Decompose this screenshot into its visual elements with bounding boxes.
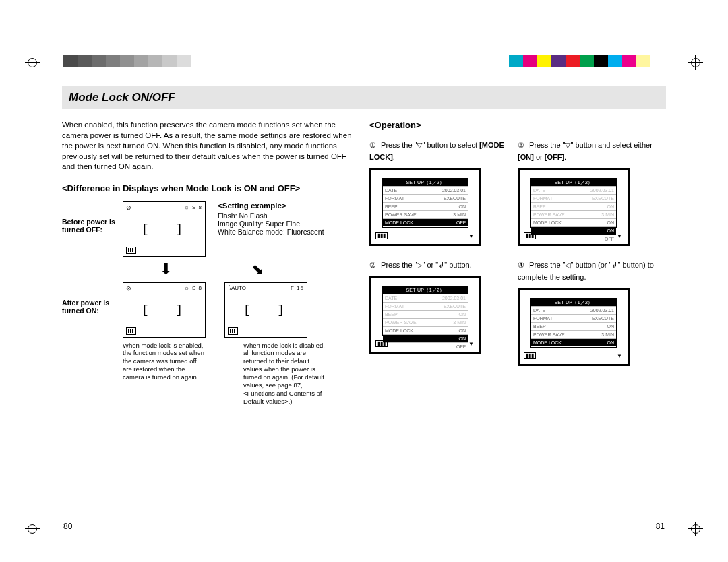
menu-lcd: SET UP（1／2）DATE2002.03.01FORMATEXECUTEBE…: [369, 276, 481, 354]
swatch: [622, 55, 636, 67]
lcd-status-text: ☼ S 8: [184, 285, 202, 291]
page-number-right: 81: [656, 522, 665, 531]
swatch: [523, 55, 537, 67]
battery-icon: ▮▮▮: [524, 232, 536, 239]
registration-mark-icon: [25, 55, 40, 70]
registration-mark-icon: [688, 55, 703, 70]
registration-mark-icon: [688, 522, 703, 536]
caption-off: When mode lock is disabled, all function…: [243, 342, 330, 406]
swatch: [566, 55, 580, 67]
battery-icon: [228, 327, 238, 335]
swatch: [63, 55, 78, 67]
battery-icon: ▮▮▮: [375, 232, 388, 239]
operation-step-2: ② Press the "▷" or "↲" button. SET UP（1／…: [369, 258, 518, 366]
setting-example: <Setting example> Flash: No Flash Image …: [218, 201, 324, 236]
swatch: [177, 55, 191, 67]
flash-auto-icon: ϟAUTO: [228, 285, 246, 291]
left-column: When enabled, this function preserves th…: [62, 120, 353, 406]
focus-brackets-icon: [ ]: [225, 303, 307, 317]
operation-step-1: ① Press the "▽" button to select [MODE L…: [369, 138, 518, 246]
menu-lcd: SET UP（1／2）DATE2002.03.01FORMATEXECUTEBE…: [369, 168, 481, 246]
operation-steps-grid: ① Press the "▽" button to select [MODE L…: [369, 138, 666, 378]
swatch: [92, 55, 106, 67]
setting-example-heading: <Setting example>: [218, 201, 324, 210]
setting-example-line: White Balance mode: Fluorescent: [218, 228, 324, 236]
color-swatches: [509, 55, 665, 67]
swatch: [608, 55, 622, 67]
difference-heading: <Difference in Displays when Mode Lock i…: [62, 183, 353, 193]
before-label: Before power is turned OFF:: [62, 201, 123, 234]
swatch: [594, 55, 608, 67]
page-number-left: 80: [63, 522, 72, 531]
operation-step-4: ④ Press the "◁" button (or "↲" button) t…: [518, 258, 666, 366]
section-title: Mode Lock ON/OFF: [69, 91, 175, 104]
manual-spread: Mode Lock ON/OFF When enabled, this func…: [0, 0, 728, 562]
after-label: After power is turned ON:: [62, 282, 123, 315]
down-triangle-icon: ▼: [617, 233, 622, 239]
swatch: [106, 55, 120, 67]
swatch: [580, 55, 594, 67]
swatch: [650, 55, 665, 67]
lcd-after-on: ⊘ ☼ S 8 [ ]: [123, 282, 206, 338]
flash-off-icon: ⊘: [126, 204, 131, 211]
lcd-status-text: F 16: [291, 285, 304, 291]
swatch: [551, 55, 566, 67]
down-triangle-icon: ▼: [468, 341, 474, 347]
caption-on: When mode lock is enabled, the function …: [123, 342, 206, 381]
swatch: [162, 55, 177, 67]
battery-icon: ▮▮▮: [524, 352, 536, 359]
down-arrow-icon: ⬇: [124, 261, 207, 278]
operation-step-3: ③ Press the "▽" button and select either…: [518, 138, 666, 246]
grayscale-swatches: [63, 55, 205, 67]
registration-mark-icon: [25, 522, 40, 536]
page-content: Mode Lock ON/OFF When enabled, this func…: [62, 86, 666, 515]
menu-lcd: SET UP（1／2）DATE2002.03.01FORMATEXECUTEBE…: [518, 288, 630, 366]
lcd-status-text: ☼ S 8: [184, 204, 202, 210]
down-triangle-icon: ▼: [468, 233, 474, 239]
rule-line: [49, 71, 679, 71]
flash-off-icon: ⊘: [126, 285, 131, 292]
swatch: [78, 55, 92, 67]
focus-brackets-icon: [ ]: [123, 303, 205, 317]
section-title-bar: Mode Lock ON/OFF: [62, 86, 666, 109]
lcd-before: ⊘ ☼ S 8 [ ]: [123, 201, 206, 257]
swatch: [134, 55, 148, 67]
intro-paragraph: When enabled, this function preserves th…: [62, 120, 353, 173]
swatch: [509, 55, 523, 67]
down-triangle-icon: ▼: [617, 353, 622, 359]
right-column: <Operation> ① Press the "▽" button to se…: [369, 120, 666, 406]
setting-example-line: Image Quality: Super Fine: [218, 220, 324, 228]
swatch: [636, 55, 650, 67]
operation-heading: <Operation>: [369, 120, 666, 130]
lcd-after-off: ϟAUTO F 16 [ ]: [224, 282, 307, 338]
setting-example-line: Flash: No Flash: [218, 212, 324, 220]
battery-icon: [126, 247, 136, 254]
swatch: [148, 55, 162, 67]
swatch: [191, 55, 205, 67]
arrow-row: ⬇ ⬊: [124, 261, 392, 278]
swatch: [537, 55, 551, 67]
focus-brackets-icon: [ ]: [123, 222, 205, 236]
swatch: [120, 55, 134, 67]
battery-icon: [126, 327, 136, 335]
battery-icon: ▮▮▮: [375, 340, 388, 347]
menu-lcd: SET UP（1／2）DATE2002.03.01FORMATEXECUTEBE…: [518, 168, 630, 246]
down-right-arrow-icon: ⬊: [207, 261, 308, 278]
